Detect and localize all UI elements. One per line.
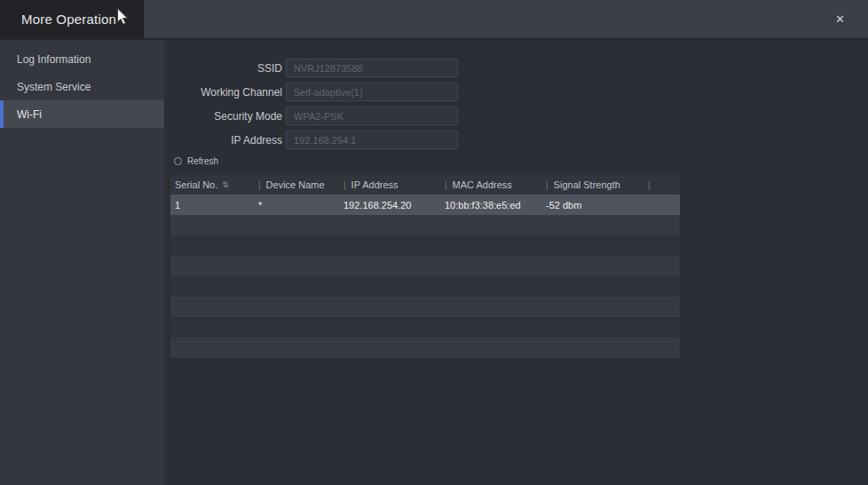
form-row: Working Channel (164, 83, 458, 101)
column-header-serial-no[interactable]: Serial No.⇅ (170, 175, 254, 195)
sidebar-item-wi-fi[interactable]: Wi-Fi (0, 100, 164, 128)
working-channel-input[interactable] (286, 83, 458, 101)
table-row-empty (170, 297, 680, 317)
table-cell: 10:bb:f3:38:e5:ed (440, 195, 541, 215)
form-field-label: SSID (164, 62, 282, 75)
main-panel: SSID Working Channel Security Mode IP Ad… (164, 40, 868, 485)
table-row-empty (170, 235, 680, 256)
form-field-label: Security Mode (164, 110, 282, 123)
column-divider: | (258, 180, 261, 190)
table-header-row: Serial No.⇅|Device Name|IP Address|MAC A… (170, 175, 680, 195)
refresh-button[interactable]: Refresh (174, 156, 218, 166)
column-header-label: Serial No. (175, 179, 217, 190)
form-row: IP Address (164, 131, 458, 149)
table-row-empty (170, 276, 680, 297)
refresh-label: Refresh (187, 156, 218, 166)
column-header-signal-strength[interactable]: |Signal Strength (541, 175, 643, 195)
ip-address-input[interactable] (286, 131, 458, 149)
table-cell: * (254, 195, 339, 215)
form-row: Security Mode (164, 107, 458, 125)
table-body: 1*192.168.254.2010:bb:f3:38:e5:ed-52 dbm (170, 195, 680, 358)
column-divider: | (343, 180, 346, 190)
table-cell (643, 195, 680, 215)
table-row[interactable]: 1*192.168.254.2010:bb:f3:38:e5:ed-52 dbm (170, 195, 680, 215)
sidebar-item-label: Wi-Fi (17, 108, 42, 121)
sidebar-item-label: System Service (17, 81, 91, 93)
table-cell: 192.168.254.20 (339, 195, 440, 215)
sidebar: Log Information System Service Wi-Fi (0, 40, 164, 485)
close-icon[interactable]: ✕ (835, 0, 845, 38)
table-row-empty (170, 317, 680, 338)
table-row-empty (170, 338, 680, 358)
form-field-label: Working Channel (164, 86, 282, 99)
form-field-label: IP Address (164, 134, 282, 147)
ssid-input[interactable] (286, 59, 458, 77)
sort-icon[interactable]: ⇅ (222, 180, 229, 189)
sidebar-item-log-information[interactable]: Log Information (0, 45, 164, 73)
column-header-label: MAC Address (453, 179, 512, 190)
security-mode-input[interactable] (286, 107, 458, 125)
refresh-icon (174, 157, 182, 165)
topbar: More Operation ✕ (0, 0, 868, 38)
sidebar-item-system-service[interactable]: System Service (0, 73, 164, 100)
column-header-label: Device Name (266, 179, 325, 190)
column-divider: | (445, 180, 447, 190)
table-row-empty (170, 215, 680, 235)
table-cell: 1 (170, 195, 254, 215)
table-cell: -52 dbm (541, 195, 643, 215)
column-header-end: | (643, 175, 680, 195)
sidebar-item-label: Log Information (17, 53, 91, 66)
table-row-empty (170, 256, 680, 276)
wifi-device-table: Serial No.⇅|Device Name|IP Address|MAC A… (170, 175, 680, 358)
column-divider: | (546, 180, 548, 190)
mouse-cursor-icon (116, 7, 130, 27)
column-header-label: Signal Strength (554, 179, 620, 190)
column-header-device-name[interactable]: |Device Name (254, 175, 339, 195)
page-title: More Operation (21, 12, 116, 27)
column-divider: | (648, 180, 651, 190)
column-header-ip-address[interactable]: |IP Address (339, 175, 440, 195)
column-header-label: IP Address (351, 179, 398, 190)
column-header-mac-address[interactable]: |MAC Address (440, 175, 541, 195)
form-row: SSID (164, 59, 458, 77)
